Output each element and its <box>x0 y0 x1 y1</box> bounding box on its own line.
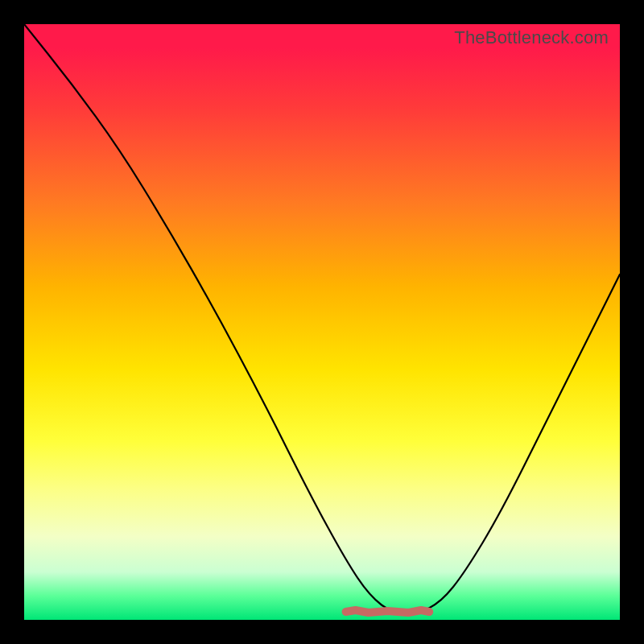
curve-layer <box>24 24 620 620</box>
chart-frame: TheBottleneck.com <box>0 0 644 644</box>
bottleneck-curve <box>24 24 620 614</box>
optimal-range-band <box>346 610 430 613</box>
gradient-plot-area: TheBottleneck.com <box>24 24 620 620</box>
